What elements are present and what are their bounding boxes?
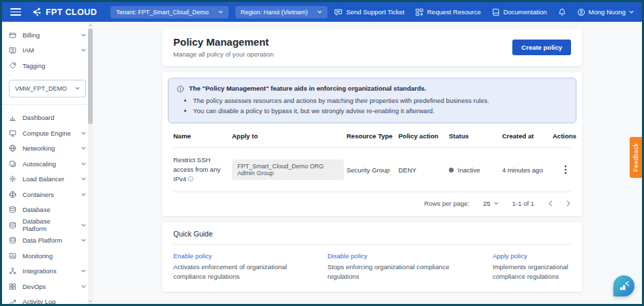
- data-platform-icon: [9, 236, 17, 244]
- request-resource-link[interactable]: Request Resource: [415, 8, 481, 16]
- status-inactive-dot: [449, 168, 454, 172]
- sidebar-item-tagging[interactable]: Tagging: [2, 58, 93, 74]
- pagination-bar: Rows per page: 25 1-1 of 1: [162, 192, 582, 216]
- compute-engine-icon: [9, 129, 17, 137]
- info-icon[interactable]: [188, 176, 194, 182]
- sidebar-item-label: Billing: [23, 31, 40, 39]
- sidebar-item-label: Containers: [23, 191, 54, 198]
- scroll-up-icon[interactable]: [88, 22, 93, 28]
- create-policy-button[interactable]: Create policy: [512, 40, 571, 55]
- status-badge: Inactive: [458, 166, 480, 174]
- sidebar-scrollbar-track[interactable]: [88, 22, 93, 304]
- iam-icon: [9, 46, 17, 54]
- disable-policy-link[interactable]: Disable policy: [327, 252, 482, 260]
- database-platform-icon: [9, 221, 17, 229]
- integrations-icon: [9, 267, 17, 275]
- chevron-down-icon: [75, 87, 80, 90]
- molecule-logo-icon: [32, 7, 42, 17]
- sidebar-item-devops[interactable]: DevOps: [2, 279, 93, 294]
- sidebar-item-label: Data Platform: [23, 236, 62, 244]
- load-balancer-icon: [9, 175, 17, 183]
- apply-policy-link[interactable]: Apply policy: [493, 252, 571, 260]
- feedback-tab[interactable]: Feedback: [630, 137, 642, 178]
- sidebar-item-iam[interactable]: IAM: [2, 43, 93, 59]
- sidebar-item-billing[interactable]: Billing: [2, 27, 93, 43]
- vpc-selector[interactable]: VMW_FPT_DEMO: [9, 80, 86, 97]
- sidebar-scrollbar-thumb[interactable]: [88, 29, 93, 124]
- sidebar-item-integrations[interactable]: Integrations: [2, 264, 93, 279]
- quick-guide-item: Apply policy Implements organizational c…: [493, 252, 571, 282]
- fpt-assistant-icon: [619, 281, 630, 292]
- info-banner-bullet: The policy assesses resources and action…: [193, 95, 568, 106]
- sidebar-item-dashboard[interactable]: Dashboard: [2, 110, 93, 126]
- sidebar-item-activity-log[interactable]: Activity Log: [2, 294, 93, 306]
- sidebar-item-label: Integrations: [23, 267, 57, 275]
- chevron-down-icon: [81, 269, 86, 273]
- info-banner-heading: The "Policy Management" feature aids in …: [189, 85, 426, 92]
- sidebar-item-label: Compute Engine: [23, 129, 71, 137]
- sidebar-item-containers[interactable]: Containers: [2, 187, 93, 202]
- support-ticket-icon: [334, 8, 342, 16]
- column-header-policy-action: Policy action: [398, 123, 449, 147]
- sidebar-item-label: Monitoring: [23, 252, 53, 260]
- rows-per-page-select[interactable]: 25: [483, 200, 499, 207]
- sidebar-item-compute-engine[interactable]: Compute Engine: [2, 125, 93, 141]
- chevron-down-icon: [81, 147, 86, 150]
- sidebar-item-load-balancer[interactable]: Load Balancer: [2, 172, 93, 187]
- next-page-icon[interactable]: [566, 200, 571, 206]
- support-ticket-label: Send Support Ticket: [346, 8, 405, 16]
- user-name: Mong Nuong: [589, 8, 626, 16]
- chevron-down-icon: [81, 239, 86, 242]
- send-support-ticket-link[interactable]: Send Support Ticket: [334, 8, 405, 16]
- chevron-down-icon: [81, 132, 86, 135]
- sidebar-item-monitoring[interactable]: Monitoring: [2, 248, 93, 264]
- sidebar-item-database[interactable]: Database: [2, 202, 93, 218]
- rows-per-page-value: 25: [483, 200, 491, 207]
- dashboard-icon: [9, 114, 17, 121]
- notifications-button[interactable]: [558, 8, 566, 16]
- region-label: Region: Hanoi (Vietnam): [241, 9, 308, 16]
- logo-text: FPT CLOUD: [46, 7, 97, 17]
- request-resource-label: Request Resource: [427, 8, 481, 16]
- info-icon: [177, 85, 184, 93]
- chevron-down-icon: [81, 224, 86, 227]
- sidebar-item-label: Database: [23, 206, 50, 213]
- chevron-down-icon: [81, 177, 86, 181]
- bell-icon: [558, 8, 566, 16]
- documentation-label: Documentation: [503, 8, 547, 16]
- devops-icon: [9, 283, 17, 290]
- networking-icon: [9, 144, 17, 152]
- chevron-down-icon: [81, 48, 86, 52]
- previous-page-icon[interactable]: [548, 200, 553, 206]
- chat-assistant-button[interactable]: [613, 275, 634, 296]
- row-actions-kebab-icon[interactable]: [561, 164, 570, 176]
- enable-policy-link[interactable]: Enable policy: [173, 252, 317, 260]
- disable-policy-description: Stops enforcing organizational complianc…: [327, 262, 482, 282]
- sidebar-item-label: Activity Log: [23, 298, 56, 305]
- monitoring-icon: [9, 252, 17, 260]
- scroll-down-icon[interactable]: [88, 298, 93, 304]
- region-selector[interactable]: Region: Hanoi (Vietnam): [235, 6, 327, 18]
- chevron-down-icon: [629, 10, 634, 14]
- main-area: Policy Management Manage all policy of y…: [93, 22, 642, 304]
- column-header-apply-to: Apply to: [232, 123, 347, 147]
- sidebar-item-autoscaling[interactable]: Autoscaling: [2, 156, 93, 172]
- top-navbar: FPT CLOUD Tenant: FPT_Smart_Cloud_Demo R…: [2, 2, 642, 22]
- info-banner-bullet: You can disable a policy to bypass it, b…: [193, 106, 568, 116]
- column-header-created-at: Created at: [502, 123, 553, 147]
- user-menu[interactable]: Mong Nuong: [577, 8, 634, 16]
- column-header-actions: Actions: [553, 123, 578, 147]
- sidebar-item-database-platform[interactable]: Database Platform: [2, 217, 93, 233]
- containers-icon: [9, 191, 17, 198]
- documentation-link[interactable]: Documentation: [492, 8, 547, 16]
- fpt-cloud-logo[interactable]: FPT CLOUD: [32, 7, 97, 17]
- quick-guide-title: Quick Guide: [173, 230, 571, 245]
- sidebar-item-networking[interactable]: Networking: [2, 141, 93, 157]
- tenant-selector[interactable]: Tenant: FPT_Smart_Cloud_Demo: [111, 6, 229, 18]
- hamburger-menu-icon[interactable]: [10, 8, 21, 15]
- chevron-down-icon: [81, 193, 86, 196]
- documentation-icon: [492, 8, 500, 16]
- chevron-down-icon: [81, 33, 86, 37]
- table-row[interactable]: Restrict SSH access from any IPv4 FPT_Sm…: [173, 148, 571, 192]
- sidebar-item-data-platform[interactable]: Data Platform: [2, 233, 93, 249]
